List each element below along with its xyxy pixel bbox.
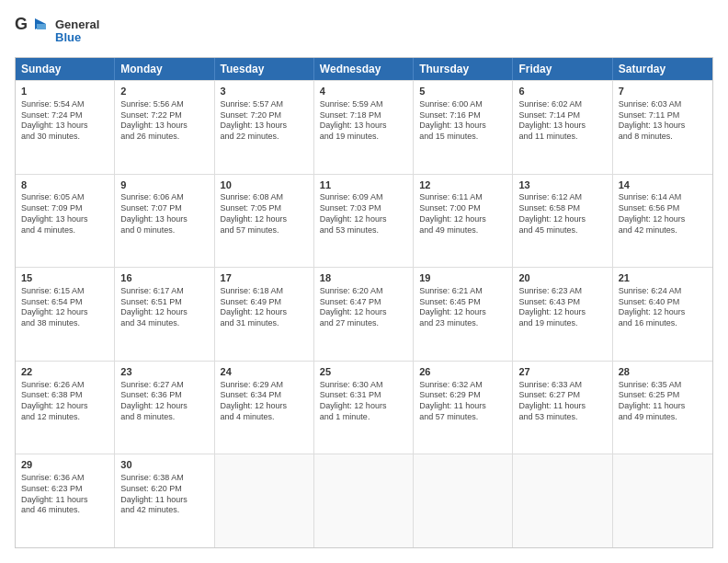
day-info: Sunrise: 5:59 AM Sunset: 7:18 PM Dayligh…	[320, 99, 407, 143]
day-number: 5	[419, 85, 506, 98]
day-info: Sunrise: 6:36 AM Sunset: 6:23 PM Dayligh…	[21, 473, 108, 516]
calendar-cell-9: 9Sunrise: 6:06 AM Sunset: 7:07 PM Daylig…	[115, 175, 214, 268]
day-number: 15	[21, 271, 108, 285]
header-day-sunday: Sunday	[16, 58, 115, 80]
day-info: Sunrise: 6:27 AM Sunset: 6:36 PM Dayligh…	[120, 380, 208, 423]
header-day-friday: Friday	[513, 58, 612, 80]
day-info: Sunrise: 6:11 AM Sunset: 7:00 PM Dayligh…	[419, 192, 506, 236]
calendar-cell-12: 12Sunrise: 6:11 AM Sunset: 7:00 PM Dayli…	[414, 175, 513, 268]
day-number: 18	[320, 271, 407, 285]
header-day-saturday: Saturday	[613, 58, 712, 80]
calendar-cell-15: 15Sunrise: 6:15 AM Sunset: 6:54 PM Dayli…	[16, 268, 115, 361]
calendar-cell-22: 22Sunrise: 6:26 AM Sunset: 6:38 PM Dayli…	[16, 362, 115, 454]
calendar-row-3: 15Sunrise: 6:15 AM Sunset: 6:54 PM Dayli…	[16, 267, 712, 361]
calendar-cell-25: 25Sunrise: 6:30 AM Sunset: 6:31 PM Dayli…	[314, 362, 414, 454]
day-info: Sunrise: 6:20 AM Sunset: 6:47 PM Dayligh…	[320, 286, 407, 329]
calendar-cell-20: 20Sunrise: 6:23 AM Sunset: 6:43 PM Dayli…	[513, 268, 612, 361]
day-info: Sunrise: 6:15 AM Sunset: 6:54 PM Dayligh…	[21, 286, 108, 329]
calendar-row-1: 1Sunrise: 5:54 AM Sunset: 7:24 PM Daylig…	[16, 80, 712, 174]
day-info: Sunrise: 6:06 AM Sunset: 7:07 PM Dayligh…	[120, 192, 208, 236]
calendar-cell-3: 3Sunrise: 5:57 AM Sunset: 7:20 PM Daylig…	[215, 81, 314, 174]
calendar-row-2: 8Sunrise: 6:05 AM Sunset: 7:09 PM Daylig…	[16, 174, 712, 268]
logo-svg: G	[15, 15, 51, 48]
day-number: 6	[518, 85, 606, 98]
day-info: Sunrise: 6:35 AM Sunset: 6:25 PM Dayligh…	[619, 380, 707, 423]
calendar-cell-24: 24Sunrise: 6:29 AM Sunset: 6:34 PM Dayli…	[215, 362, 314, 454]
day-info: Sunrise: 6:18 AM Sunset: 6:49 PM Dayligh…	[221, 286, 308, 329]
day-number: 3	[221, 85, 308, 98]
day-number: 11	[320, 178, 407, 192]
logo-text-block: GeneralBlue	[55, 18, 99, 45]
day-number: 19	[419, 271, 506, 285]
day-number: 29	[21, 458, 108, 472]
day-number: 2	[120, 85, 208, 98]
calendar: SundayMondayTuesdayWednesdayThursdayFrid…	[15, 57, 713, 548]
day-number: 8	[21, 178, 108, 192]
day-info: Sunrise: 6:24 AM Sunset: 6:40 PM Dayligh…	[619, 286, 707, 329]
calendar-row-4: 22Sunrise: 6:26 AM Sunset: 6:38 PM Dayli…	[16, 361, 712, 454]
day-info: Sunrise: 6:29 AM Sunset: 6:34 PM Dayligh…	[221, 380, 308, 423]
calendar-cell-13: 13Sunrise: 6:12 AM Sunset: 6:58 PM Dayli…	[513, 175, 612, 268]
calendar-cell-21: 21Sunrise: 6:24 AM Sunset: 6:40 PM Dayli…	[613, 268, 712, 361]
day-info: Sunrise: 6:26 AM Sunset: 6:38 PM Dayligh…	[21, 380, 108, 423]
calendar-cell-16: 16Sunrise: 6:17 AM Sunset: 6:51 PM Dayli…	[115, 268, 214, 361]
day-number: 21	[619, 271, 707, 285]
day-number: 22	[21, 365, 108, 379]
day-number: 1	[21, 85, 108, 98]
day-number: 13	[518, 178, 606, 192]
header-day-monday: Monday	[115, 58, 214, 80]
calendar-cell-30: 30Sunrise: 6:38 AM Sunset: 6:20 PM Dayli…	[115, 454, 214, 547]
svg-text:G: G	[15, 15, 28, 33]
calendar-cell-26: 26Sunrise: 6:32 AM Sunset: 6:29 PM Dayli…	[414, 362, 513, 454]
calendar-cell-29: 29Sunrise: 6:36 AM Sunset: 6:23 PM Dayli…	[16, 454, 115, 547]
calendar-cell-17: 17Sunrise: 6:18 AM Sunset: 6:49 PM Dayli…	[215, 268, 314, 361]
page: GGeneralBlue SundayMondayTuesdayWednesda…	[0, 0, 728, 563]
day-number: 12	[419, 178, 506, 192]
calendar-header: SundayMondayTuesdayWednesdayThursdayFrid…	[16, 58, 712, 80]
day-info: Sunrise: 5:54 AM Sunset: 7:24 PM Dayligh…	[21, 99, 108, 143]
calendar-cell-5: 5Sunrise: 6:00 AM Sunset: 7:16 PM Daylig…	[414, 81, 513, 174]
calendar-cell-empty-2	[215, 454, 314, 547]
day-info: Sunrise: 6:00 AM Sunset: 7:16 PM Dayligh…	[419, 99, 506, 143]
calendar-cell-2: 2Sunrise: 5:56 AM Sunset: 7:22 PM Daylig…	[115, 81, 214, 174]
calendar-cell-empty-6	[613, 454, 712, 547]
day-number: 27	[518, 365, 606, 379]
svg-marker-2	[37, 24, 46, 29]
day-info: Sunrise: 6:03 AM Sunset: 7:11 PM Dayligh…	[619, 99, 707, 143]
day-number: 30	[120, 458, 208, 472]
calendar-cell-23: 23Sunrise: 6:27 AM Sunset: 6:36 PM Dayli…	[115, 362, 214, 454]
calendar-cell-18: 18Sunrise: 6:20 AM Sunset: 6:47 PM Dayli…	[314, 268, 414, 361]
calendar-cell-1: 1Sunrise: 5:54 AM Sunset: 7:24 PM Daylig…	[16, 81, 115, 174]
day-info: Sunrise: 6:32 AM Sunset: 6:29 PM Dayligh…	[419, 380, 506, 423]
calendar-cell-27: 27Sunrise: 6:33 AM Sunset: 6:27 PM Dayli…	[513, 362, 612, 454]
calendar-cell-empty-4	[414, 454, 513, 547]
header-day-tuesday: Tuesday	[215, 58, 314, 80]
day-number: 4	[320, 85, 407, 98]
day-number: 25	[320, 365, 407, 379]
day-number: 9	[120, 178, 208, 192]
day-info: Sunrise: 6:33 AM Sunset: 6:27 PM Dayligh…	[518, 380, 606, 423]
day-info: Sunrise: 6:05 AM Sunset: 7:09 PM Dayligh…	[21, 192, 108, 236]
day-info: Sunrise: 6:02 AM Sunset: 7:14 PM Dayligh…	[518, 99, 606, 143]
calendar-cell-6: 6Sunrise: 6:02 AM Sunset: 7:14 PM Daylig…	[513, 81, 612, 174]
calendar-cell-empty-3	[314, 454, 414, 547]
day-number: 14	[619, 178, 707, 192]
day-number: 16	[120, 271, 208, 285]
header-day-thursday: Thursday	[414, 58, 513, 80]
calendar-body: 1Sunrise: 5:54 AM Sunset: 7:24 PM Daylig…	[16, 80, 712, 547]
day-number: 24	[221, 365, 308, 379]
day-info: Sunrise: 6:21 AM Sunset: 6:45 PM Dayligh…	[419, 286, 506, 329]
calendar-cell-19: 19Sunrise: 6:21 AM Sunset: 6:45 PM Dayli…	[414, 268, 513, 361]
calendar-cell-4: 4Sunrise: 5:59 AM Sunset: 7:18 PM Daylig…	[314, 81, 414, 174]
calendar-cell-10: 10Sunrise: 6:08 AM Sunset: 7:05 PM Dayli…	[215, 175, 314, 268]
calendar-cell-28: 28Sunrise: 6:35 AM Sunset: 6:25 PM Dayli…	[613, 362, 712, 454]
day-info: Sunrise: 6:30 AM Sunset: 6:31 PM Dayligh…	[320, 380, 407, 423]
header-day-wednesday: Wednesday	[314, 58, 414, 80]
day-number: 23	[120, 365, 208, 379]
calendar-cell-8: 8Sunrise: 6:05 AM Sunset: 7:09 PM Daylig…	[16, 175, 115, 268]
day-number: 26	[419, 365, 506, 379]
day-info: Sunrise: 6:38 AM Sunset: 6:20 PM Dayligh…	[120, 473, 208, 516]
day-info: Sunrise: 5:57 AM Sunset: 7:20 PM Dayligh…	[221, 99, 308, 143]
day-info: Sunrise: 6:23 AM Sunset: 6:43 PM Dayligh…	[518, 286, 606, 329]
day-info: Sunrise: 5:56 AM Sunset: 7:22 PM Dayligh…	[120, 99, 208, 143]
